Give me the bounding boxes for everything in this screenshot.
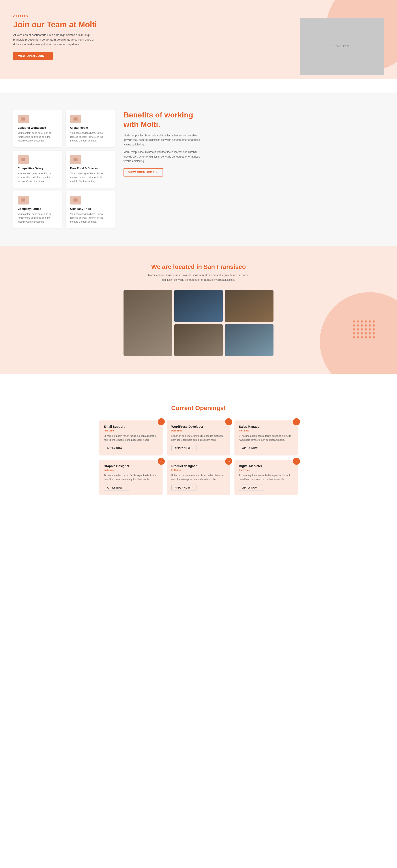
openings-heading-highlight: Openings! bbox=[195, 405, 226, 411]
dot-item bbox=[369, 320, 371, 322]
job-type-2: Full-time bbox=[239, 429, 293, 432]
location-inner: We are located in San Fransisco Morbi te… bbox=[13, 263, 384, 356]
benefit-card-4: Company Parties Your content goes here. … bbox=[13, 191, 62, 228]
dot-item bbox=[365, 324, 367, 327]
job-arrow-4[interactable]: → bbox=[225, 458, 232, 465]
hero-text: CAREERS Join our Team at Molti At vero e… bbox=[13, 15, 97, 60]
job-type-5: Part Time bbox=[239, 469, 293, 471]
gallery-photo-2 bbox=[174, 290, 223, 322]
dot-item bbox=[373, 332, 375, 335]
hero-description: At vero eos et accusamus iusto odio dign… bbox=[13, 33, 97, 46]
job-arrow-3[interactable]: → bbox=[158, 458, 165, 465]
benefit-desc-3: Your content goes here. Edit or remove t… bbox=[70, 172, 110, 183]
location-heading-before: We are located in bbox=[151, 263, 204, 270]
benefit-card-5: Company Trips Your content goes here. Ed… bbox=[66, 191, 115, 228]
dot-item bbox=[369, 332, 371, 335]
dot-item bbox=[373, 324, 375, 327]
benefit-icon-3 bbox=[70, 155, 81, 164]
benefit-card-0: Beautiful Workspace Your content goes he… bbox=[13, 110, 62, 147]
openings-heading: Current Openings! bbox=[13, 405, 384, 412]
dot-item bbox=[353, 320, 355, 322]
dot-item bbox=[353, 332, 355, 335]
dot-item bbox=[361, 332, 363, 335]
job-arrow-0[interactable]: → bbox=[158, 418, 165, 425]
svg-rect-7 bbox=[74, 158, 77, 161]
dot-item bbox=[369, 336, 371, 339]
benefits-section: Beautiful Workspace Your content goes he… bbox=[0, 93, 397, 246]
job-desc-0: Et harum quidem rerum facilis expedita d… bbox=[104, 434, 158, 442]
benefits-heading: Benefits of working with Molti. bbox=[123, 110, 207, 129]
dot-item bbox=[353, 336, 355, 339]
gallery-photo-5 bbox=[225, 324, 274, 356]
svg-rect-9 bbox=[22, 199, 25, 201]
job-desc-4: Et harum quidem rerum facilis expedita d… bbox=[171, 473, 226, 481]
dots-decoration bbox=[353, 320, 375, 339]
dot-item bbox=[353, 328, 355, 331]
hero-section: CAREERS Join our Team at Molti At vero e… bbox=[0, 0, 397, 79]
benefits-cta-button[interactable]: VIEW OPEN JOBS bbox=[123, 168, 163, 177]
apply-button-3[interactable]: APPLY NOW bbox=[104, 485, 129, 491]
benefits-text: Benefits of working with Molti. Morbi te… bbox=[123, 110, 207, 177]
benefit-title-3: Free Food & Snacks bbox=[70, 166, 110, 170]
dot-item bbox=[357, 320, 359, 322]
view-open-jobs-button[interactable]: VIEW OPEN JOBS bbox=[13, 52, 53, 60]
job-card-4: → Product designer Full-time Et harum qu… bbox=[167, 460, 230, 495]
hero-title: Join our Team at Molti bbox=[13, 20, 97, 29]
job-arrow-1[interactable]: → bbox=[225, 418, 232, 425]
job-card-2: → Sales Manager Full-time Et harum quide… bbox=[234, 421, 298, 456]
job-title-5: Digital Marketer bbox=[239, 464, 293, 468]
job-type-1: Part Time bbox=[171, 429, 226, 432]
benefit-icon-5 bbox=[70, 196, 81, 205]
location-section: We are located in San Fransisco Morbi te… bbox=[0, 246, 397, 374]
dot-item bbox=[365, 336, 367, 339]
svg-rect-3 bbox=[74, 118, 77, 120]
dot-item bbox=[361, 336, 363, 339]
location-gallery bbox=[123, 290, 274, 356]
svg-rect-1 bbox=[22, 118, 25, 120]
hero-image: 1527x1272 bbox=[300, 18, 384, 75]
apply-button-1[interactable]: APPLY NOW bbox=[171, 445, 197, 451]
dot-item bbox=[353, 324, 355, 327]
benefit-icon-2 bbox=[18, 155, 29, 164]
dot-item bbox=[373, 328, 375, 331]
apply-button-5[interactable]: APPLY NOW bbox=[239, 485, 264, 491]
job-title-1: WordPress Developer bbox=[171, 425, 226, 428]
benefit-icon-4 bbox=[18, 196, 29, 205]
apply-button-2[interactable]: APPLY NOW bbox=[239, 445, 264, 451]
gallery-photo-3 bbox=[225, 290, 274, 322]
dot-item bbox=[365, 328, 367, 331]
job-desc-3: Et harum quidem rerum facilis expedita d… bbox=[104, 473, 158, 481]
benefit-card-1: Great People Your content goes here. Edi… bbox=[66, 110, 115, 147]
dot-item bbox=[369, 324, 371, 327]
apply-button-0[interactable]: APPLY NOW bbox=[104, 445, 129, 451]
job-title-3: Graphic Designer bbox=[104, 464, 158, 468]
gallery-photo-4 bbox=[174, 324, 223, 356]
apply-button-4[interactable]: APPLY NOW bbox=[171, 485, 197, 491]
location-heading: We are located in San Fransisco bbox=[13, 263, 384, 270]
benefit-icon-0 bbox=[18, 115, 29, 123]
job-arrow-5[interactable]: → bbox=[293, 458, 300, 465]
job-arrow-2[interactable]: → bbox=[293, 418, 300, 425]
benefit-title-4: Company Parties bbox=[18, 207, 58, 211]
benefit-title-5: Company Trips bbox=[70, 207, 110, 211]
benefit-desc-1: Your content goes here. Edit or remove t… bbox=[70, 131, 110, 143]
job-card-5: → Digital Marketer Part Time Et harum qu… bbox=[234, 460, 298, 495]
job-title-4: Product designer bbox=[171, 464, 226, 468]
openings-section: Current Openings! → Email Support Full-t… bbox=[0, 387, 397, 513]
dot-item bbox=[357, 332, 359, 335]
benefits-heading-highlight: Benefits bbox=[123, 111, 153, 119]
benefit-desc-4: Your content goes here. Edit or remove t… bbox=[18, 212, 58, 224]
benefits-para-1: Morbi tempus iaculis urna id volutpat la… bbox=[123, 133, 207, 147]
spacer-1 bbox=[0, 79, 397, 93]
benefit-title-2: Competitive Salary bbox=[18, 166, 58, 170]
benefit-desc-5: Your content goes here. Edit or remove t… bbox=[70, 212, 110, 224]
spacer-2 bbox=[0, 374, 397, 387]
benefit-desc-0: Your content goes here. Edit or remove t… bbox=[18, 131, 58, 143]
openings-heading-before: Current bbox=[171, 405, 195, 411]
location-heading-highlight: San Fransisco bbox=[204, 263, 246, 270]
hero-label: CAREERS bbox=[13, 15, 97, 18]
location-description: Morbi tempus iaculis urna id volutpat la… bbox=[146, 273, 251, 282]
job-type-3: Full-time bbox=[104, 469, 158, 471]
svg-rect-11 bbox=[74, 199, 77, 201]
hero-title-before: Join our Team at bbox=[13, 20, 78, 29]
